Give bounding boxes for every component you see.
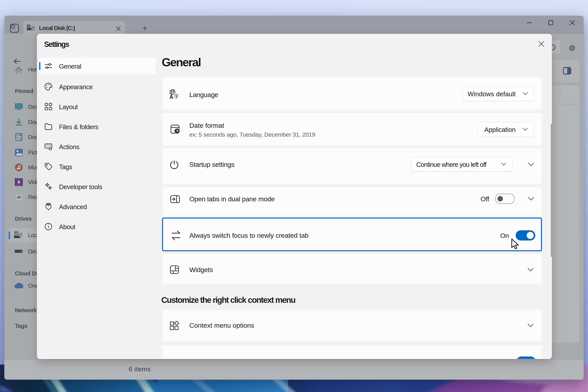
svg-text:字: 字 bbox=[174, 94, 179, 99]
svg-text:A: A bbox=[169, 94, 173, 99]
